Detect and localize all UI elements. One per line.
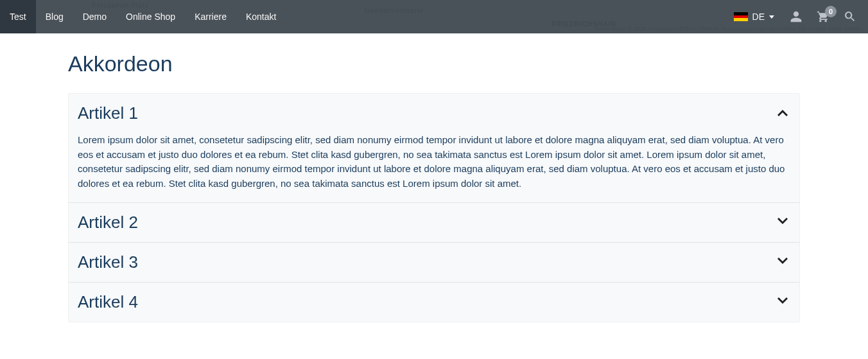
flag-de-icon xyxy=(734,12,748,21)
nav-left: Test Blog Demo Online Shop Karriere Kont… xyxy=(0,0,286,33)
search-button[interactable] xyxy=(841,10,859,23)
cart-button[interactable]: 0 xyxy=(814,10,832,23)
nav-item-label: Kontakt xyxy=(246,12,276,22)
chevron-down-icon xyxy=(775,214,790,232)
language-picker[interactable]: DE xyxy=(730,12,778,22)
nav-item-kontakt[interactable]: Kontakt xyxy=(236,0,286,33)
nav-item-label: Test xyxy=(10,12,26,22)
nav-item-demo[interactable]: Demo xyxy=(73,0,116,33)
nav-item-online-shop[interactable]: Online Shop xyxy=(116,0,185,33)
accordion-header[interactable]: Artikel 3 xyxy=(69,243,799,282)
caret-down-icon xyxy=(769,15,774,19)
main-content: Akkordeon Artikel 1 Lorem ipsum dolor si… xyxy=(62,51,806,322)
search-icon xyxy=(844,10,856,23)
user-icon xyxy=(790,10,803,23)
accordion-title: Artikel 4 xyxy=(78,292,138,312)
chevron-up-icon xyxy=(775,105,790,123)
chevron-down-icon xyxy=(775,293,790,311)
accordion: Artikel 1 Lorem ipsum dolor sit amet, co… xyxy=(68,93,800,322)
chevron-down-icon xyxy=(775,254,790,272)
accordion-body: Lorem ipsum dolor sit amet, consetetur s… xyxy=(69,133,799,202)
accordion-title: Artikel 1 xyxy=(78,103,138,123)
accordion-item-3: Artikel 3 xyxy=(69,242,799,282)
accordion-item-4: Artikel 4 xyxy=(69,282,799,322)
language-label: DE xyxy=(752,12,765,22)
top-nav: Test Blog Demo Online Shop Karriere Kont… xyxy=(0,0,868,33)
nav-item-label: Blog xyxy=(46,12,64,22)
account-button[interactable] xyxy=(787,10,805,23)
nav-item-karriere[interactable]: Karriere xyxy=(185,0,236,33)
accordion-title: Artikel 3 xyxy=(78,252,138,272)
nav-item-label: Karriere xyxy=(195,12,227,22)
nav-item-test[interactable]: Test xyxy=(0,0,36,33)
section-title: Akkordeon xyxy=(68,51,800,76)
nav-right: DE 0 xyxy=(730,10,859,23)
accordion-header[interactable]: Artikel 2 xyxy=(69,203,799,242)
accordion-item-1: Artikel 1 Lorem ipsum dolor sit amet, co… xyxy=(69,94,799,202)
cart-count-badge: 0 xyxy=(825,6,837,17)
accordion-header[interactable]: Artikel 4 xyxy=(69,283,799,322)
nav-item-blog[interactable]: Blog xyxy=(36,0,73,33)
accordion-header[interactable]: Artikel 1 xyxy=(69,94,799,133)
accordion-item-2: Artikel 2 xyxy=(69,202,799,242)
accordion-title: Artikel 2 xyxy=(78,213,138,232)
nav-item-label: Demo xyxy=(83,12,107,22)
nav-item-label: Online Shop xyxy=(126,12,175,22)
